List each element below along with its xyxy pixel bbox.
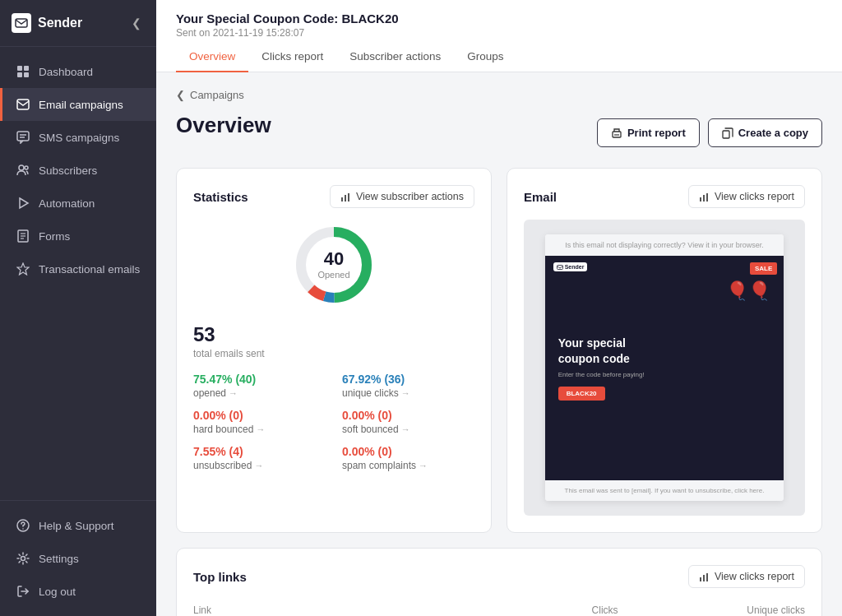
sidebar-item-label: Transactional emails (39, 263, 140, 276)
forms-icon (16, 229, 30, 243)
sidebar-item-label: Automation (39, 197, 95, 210)
email-sale-badge: SALE (750, 262, 777, 275)
create-copy-button[interactable]: Create a copy (708, 118, 822, 147)
col-unique-clicks: Unique clicks (618, 600, 805, 616)
svg-rect-26 (348, 193, 349, 201)
tab-groups[interactable]: Groups (454, 42, 516, 72)
top-links-table: Link Clicks Unique clicks https://app.se… (193, 600, 805, 616)
sidebar-item-settings[interactable]: Settings (0, 542, 156, 575)
donut-center: 40 Opened (317, 250, 349, 280)
email-sender-logo: Sender (553, 262, 588, 271)
sidebar-item-subscribers[interactable]: Subscribers (0, 154, 156, 187)
svg-rect-6 (17, 132, 29, 141)
svg-rect-23 (723, 131, 729, 138)
sidebar-item-label: Settings (39, 553, 79, 565)
bar-chart-icon-3 (699, 572, 710, 582)
tab-clicks-report[interactable]: Clicks report (248, 42, 336, 72)
bar-chart-icon-2 (699, 192, 710, 202)
top-links-card: Top links View clicks report Link Clicks… (176, 548, 822, 616)
view-subscriber-actions-label: View subscriber actions (356, 191, 464, 202)
svg-rect-0 (16, 19, 27, 27)
sidebar-item-logout[interactable]: Log out (0, 575, 156, 608)
sidebar-collapse-button[interactable]: ❮ (128, 13, 145, 33)
sidebar-item-sms-campaigns[interactable]: SMS campaigns (0, 121, 156, 154)
view-clicks-report-button[interactable]: View clicks report (688, 185, 805, 208)
sidebar-item-label: Email campaigns (39, 99, 123, 111)
svg-point-19 (21, 557, 25, 561)
settings-icon (16, 551, 30, 566)
sidebar-item-automation[interactable]: Automation (0, 187, 156, 220)
tab-overview[interactable]: Overview (176, 42, 248, 72)
email-subtext: Enter the code before paying! (558, 371, 771, 378)
sidebar-item-help[interactable]: Help & Support (0, 509, 156, 542)
subscribers-icon (16, 163, 30, 178)
svg-rect-35 (700, 577, 701, 581)
stat-unique-clicks: 67.92% (36) unique clicks → (342, 373, 474, 399)
sidebar-header: Sender ❮ (0, 0, 156, 47)
topbar-tabs: Overview Clicks report Subscriber action… (176, 42, 517, 72)
sidebar-logo: Sender (12, 13, 82, 33)
stat-opened-label: opened → (193, 387, 326, 399)
view-subscriber-actions-button[interactable]: View subscriber actions (330, 185, 474, 208)
dashboard-icon (16, 64, 30, 79)
svg-rect-36 (703, 575, 705, 581)
email-preview: Is this email not displaying correctly? … (524, 220, 805, 516)
stat-opened: 75.47% (40) opened → (193, 373, 326, 399)
stat-hard-bounced-value: 0.00% (0) (193, 409, 326, 422)
sidebar-item-forms[interactable]: Forms (0, 220, 156, 252)
top-links-title: Top links (193, 570, 247, 584)
breadcrumb-back-icon: ❮ (176, 89, 185, 101)
sidebar-item-label: Subscribers (39, 164, 97, 177)
svg-marker-11 (20, 198, 28, 208)
sender-logo-icon (12, 13, 31, 33)
stats-grid: 75.47% (40) opened → 67.92% (36) unique … (193, 373, 474, 471)
campaign-sent-date: Sent on 2021-11-19 15:28:07 (176, 27, 517, 39)
svg-rect-3 (17, 72, 22, 77)
sidebar: Sender ❮ Dashboard Email campaigns SMS c… (0, 0, 156, 616)
svg-rect-32 (703, 195, 705, 201)
sidebar-item-label: Help & Support (39, 520, 114, 532)
print-icon (611, 127, 622, 139)
donut-chart: 40 Opened (289, 220, 379, 310)
stat-spam-value: 0.00% (0) (342, 445, 474, 458)
print-report-button[interactable]: Print report (597, 118, 700, 147)
stat-soft-bounced: 0.00% (0) soft bounced → (342, 409, 474, 435)
bar-chart-icon (340, 192, 351, 202)
sidebar-item-dashboard[interactable]: Dashboard (0, 55, 156, 88)
tab-subscriber-actions[interactable]: Subscriber actions (336, 42, 454, 72)
main-content: Your Special Coupon Code: BLACK20 Sent o… (156, 0, 842, 616)
svg-rect-37 (706, 573, 708, 581)
sidebar-bottom: Help & Support Settings Log out (0, 500, 156, 616)
topbar-left: Your Special Coupon Code: BLACK20 Sent o… (176, 0, 517, 72)
email-cta: BLACK20 (558, 387, 605, 401)
sidebar-item-email-campaigns[interactable]: Email campaigns (0, 88, 156, 121)
stat-unsubscribed: 7.55% (4) unsubscribed → (193, 445, 326, 471)
email-headline: Your special coupon code (558, 336, 657, 365)
sidebar-nav: Dashboard Email campaigns SMS campaigns … (0, 47, 156, 500)
view-clicks-report-button-2[interactable]: View clicks report (688, 565, 805, 588)
stat-hard-bounced: 0.00% (0) hard bounced → (193, 409, 326, 435)
email-footer-strip: This email was sent to [email]. If you w… (545, 480, 784, 501)
svg-point-10 (25, 166, 28, 169)
stat-unsubscribed-value: 7.55% (4) (193, 445, 326, 458)
email-dark-section: Sender SALE 🎈🎈 Your special coupon code … (545, 256, 784, 480)
campaign-title: Your Special Coupon Code: BLACK20 (176, 12, 517, 25)
col-clicks: Clicks (534, 600, 618, 616)
svg-rect-25 (345, 195, 346, 201)
svg-rect-24 (341, 197, 343, 201)
donut-chart-container: 40 Opened (193, 220, 474, 310)
sidebar-item-transactional[interactable]: Transactional emails (0, 252, 156, 285)
stat-hard-bounced-label: hard bounced → (193, 424, 326, 435)
page-title: Overview (176, 113, 271, 138)
svg-marker-16 (17, 263, 29, 275)
balloon-decoration: 🎈🎈 (726, 280, 770, 302)
stat-spam-complaints: 0.00% (0) spam complaints → (342, 445, 474, 471)
total-sent-number: 53 (193, 323, 474, 346)
copy-icon (722, 127, 733, 139)
svg-rect-5 (17, 100, 29, 109)
breadcrumb[interactable]: ❮ Campaigns (176, 89, 822, 101)
view-clicks-report-label-2: View clicks report (715, 571, 794, 582)
svg-point-18 (22, 528, 24, 530)
svg-rect-4 (24, 72, 29, 77)
sidebar-logo-text: Sender (38, 16, 82, 30)
